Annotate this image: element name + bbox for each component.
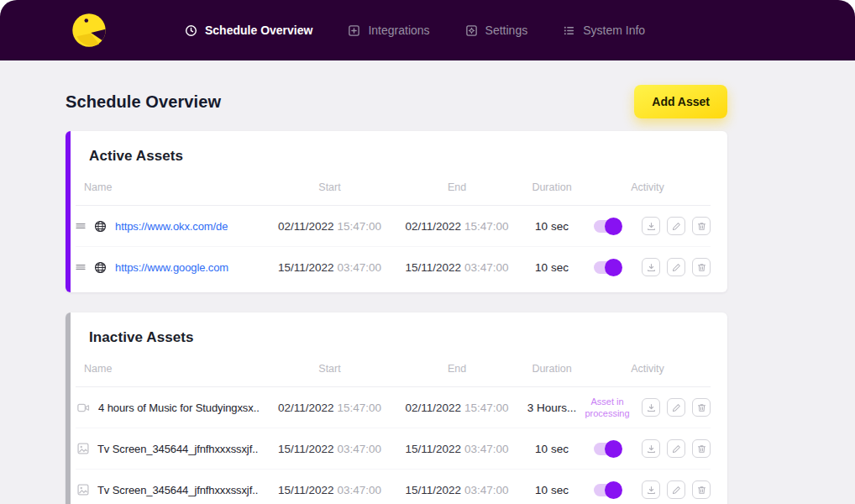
time-text: 03:47:00 [334,484,381,496]
inactive-assets-card: Inactive Assets Name Start End Duration … [66,312,727,504]
active-assets-title: Active Assets [89,148,711,165]
drag-handle-icon[interactable] [76,221,86,231]
column-header-activity: Activity [585,363,711,375]
download-button[interactable] [642,217,660,235]
asset-name[interactable]: https://www.okx.com/de [115,220,228,233]
date-text: 02/11/2022 [278,402,334,414]
time-text: 03:47:00 [461,261,508,274]
page-title: Schedule Overview [66,92,221,112]
activity-cell [585,439,711,458]
toggle-knob [605,218,622,235]
download-icon [647,263,656,272]
table-row: Tv Screen_345644_jfnfhxxxssxjf..15/11/20… [76,428,711,469]
end-cell: 02/11/2022 15:47:00 [395,220,519,233]
duration-cell: 10 sec [519,484,585,496]
nav-items: Schedule OverviewIntegrationsSettingsSys… [185,24,645,37]
toggle-knob [605,259,622,276]
end-cell: 02/11/2022 15:47:00 [395,402,519,414]
edit-button[interactable] [667,439,685,458]
column-header-end: End [395,181,519,193]
image-icon [77,443,89,454]
table-row: 4 hours of Music for Studyingxsx..02/11/… [76,387,711,428]
delete-icon [697,444,706,454]
add-asset-button[interactable]: Add Asset [634,85,727,118]
column-header-activity: Activity [585,181,711,193]
activity-status [585,261,630,274]
date-text: 15/11/2022 [278,261,334,274]
download-icon [647,222,656,231]
image-icon [77,484,89,496]
delete-button[interactable] [692,439,711,458]
nav-item-system-info[interactable]: System Info [563,24,645,37]
edit-button[interactable] [667,480,685,499]
download-button[interactable] [642,398,660,417]
date-text: 15/11/2022 [406,443,462,455]
delete-icon [697,403,706,412]
download-button[interactable] [642,258,660,276]
delete-button[interactable] [692,258,711,276]
app-window: Schedule OverviewIntegrationsSettingsSys… [0,0,855,504]
time-text: 15:47:00 [334,220,381,233]
activity-toggle[interactable] [594,443,621,455]
toggle-knob [605,481,622,499]
column-header-end: End [395,363,519,375]
asset-name-cell: 4 hours of Music for Studyingxsx.. [76,402,265,414]
asset-name: Tv Screen_345644_jfnfhxxxssxjf.. [97,484,258,496]
time-text: 03:47:00 [334,443,381,455]
activity-status [585,443,630,455]
card-accent-bar [66,312,71,504]
edit-icon [672,403,681,412]
time-text: 03:47:00 [461,484,508,496]
table-header: Name Start End Duration Activity [76,363,711,387]
gear-square-icon [465,24,478,37]
plus-square-icon [348,24,360,37]
start-cell: 15/11/2022 03:47:00 [265,261,395,274]
end-cell: 15/11/2022 03:47:00 [395,443,519,455]
delete-button[interactable] [692,398,711,417]
asset-name[interactable]: https://www.google.com [115,261,228,274]
drag-handle-icon[interactable] [76,262,86,272]
row-actions [642,398,711,417]
main-content: Schedule Overview Add Asset Active Asset… [0,82,855,504]
toggle-knob [605,440,622,458]
activity-cell [585,258,711,276]
download-button[interactable] [642,480,660,499]
nav-item-settings[interactable]: Settings [465,24,528,37]
download-button[interactable] [642,439,660,458]
clock-icon [185,24,197,37]
table-header: Name Start End Duration Activity [76,181,711,206]
date-text: 02/11/2022 [406,402,462,414]
active-assets-card: Active Assets Name Start End Duration Ac… [66,131,727,292]
delete-button[interactable] [692,217,711,235]
fish-logo-icon[interactable] [71,12,108,49]
edit-icon [672,486,681,495]
activity-toggle[interactable] [594,220,621,233]
table-row: https://www.okx.com/de02/11/2022 15:47:0… [76,206,711,246]
download-icon [647,403,656,412]
column-header-start: Start [265,181,395,193]
start-cell: 02/11/2022 15:47:00 [265,220,395,233]
activity-status [585,220,630,233]
delete-button[interactable] [692,480,711,499]
inactive-assets-title: Inactive Assets [89,329,711,346]
date-text: 15/11/2022 [278,443,334,455]
asset-name: 4 hours of Music for Studyingxsx.. [98,402,260,414]
activity-toggle[interactable] [594,261,621,274]
column-header-duration: Duration [519,181,585,193]
nav-item-integrations[interactable]: Integrations [348,24,429,37]
card-accent-bar [66,131,71,292]
edit-button[interactable] [667,258,685,276]
edit-icon [672,263,681,272]
duration-cell: 3 Hours... [519,402,585,414]
nav-item-schedule-overview[interactable]: Schedule Overview [185,24,312,37]
activity-status: Asset in processing [585,396,630,420]
download-icon [647,486,656,495]
table-body: 4 hours of Music for Studyingxsx..02/11/… [76,387,711,504]
edit-button[interactable] [667,398,685,417]
edit-icon [672,222,681,231]
nav-item-label: System Info [583,24,645,37]
activity-toggle[interactable] [594,484,621,496]
start-cell: 15/11/2022 03:47:00 [265,443,395,455]
activity-cell [585,217,711,235]
edit-button[interactable] [667,217,685,235]
